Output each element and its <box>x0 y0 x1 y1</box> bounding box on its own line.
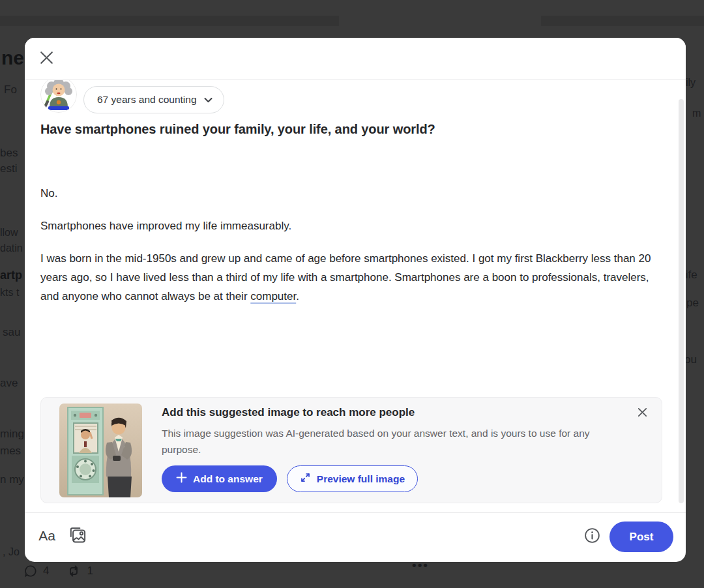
backdrop-action-bar: 4 1 <box>23 563 93 579</box>
computer-link[interactable]: computer <box>250 290 296 302</box>
suggested-image-card: Add this suggested image to reach more p… <box>40 397 662 503</box>
photo-icon <box>67 525 87 547</box>
answer-text-editor[interactable]: No. Smartphones have improved my life im… <box>40 184 660 319</box>
editor-scrollbar[interactable] <box>679 99 684 503</box>
dismiss-suggestion-button[interactable] <box>634 405 650 421</box>
backdrop-fragment: m <box>692 108 701 119</box>
backdrop-fragment: n my <box>0 473 24 486</box>
info-button[interactable] <box>583 527 601 546</box>
insert-image-button[interactable] <box>65 524 89 548</box>
answer-paragraph: No. <box>40 184 660 203</box>
answer-editor-modal: 67 years and counting Have smartphones r… <box>25 38 686 562</box>
suggestion-description: This image suggestion was AI-generated b… <box>162 425 621 458</box>
backdrop-fragment: datin <box>0 243 23 254</box>
backdrop-fragment: ou <box>684 353 697 366</box>
backdrop-fragment: kts t <box>0 287 19 299</box>
backdrop-fragment: Fo <box>4 83 17 96</box>
credential-selector[interactable]: 67 years and counting <box>83 86 224 113</box>
toolbar-divider <box>25 512 686 513</box>
close-icon <box>38 49 55 68</box>
text-format-button[interactable]: Aa <box>35 525 59 547</box>
post-button[interactable]: Post <box>609 522 673 552</box>
repost-count: 1 <box>87 565 93 578</box>
suggested-image-thumbnail[interactable] <box>59 404 142 497</box>
backdrop-fragment: , Jo <box>3 546 20 558</box>
comment-count: 4 <box>43 565 49 578</box>
preview-full-image-button[interactable]: Preview full image <box>287 465 418 492</box>
backdrop-fragment: artp <box>0 269 22 282</box>
backdrop-fragment: pe <box>686 297 699 310</box>
backdrop-fragment: ily <box>686 77 696 89</box>
modal-header <box>25 38 686 80</box>
backdrop-fragment: ave <box>0 377 18 390</box>
backdrop-nav-hint <box>541 16 704 26</box>
answer-paragraph: I was born in the mid-1950s and grew up … <box>40 249 660 306</box>
backdrop-fragment: llow <box>0 227 18 239</box>
info-icon <box>583 527 601 546</box>
suggestion-title: Add this suggested image to reach more p… <box>162 406 415 419</box>
answer-paragraph: Smartphones have improved my life immeas… <box>40 216 660 235</box>
close-modal-button[interactable] <box>37 49 56 68</box>
backdrop-fragment: mes <box>0 445 21 458</box>
chevron-down-icon <box>204 94 213 106</box>
comment-icon <box>23 564 38 578</box>
plus-icon <box>176 472 187 486</box>
backdrop-fragment: sau <box>3 326 20 339</box>
credential-label: 67 years and counting <box>97 94 197 106</box>
close-icon <box>636 406 649 420</box>
expand-icon <box>300 472 311 486</box>
backdrop-nav-hint <box>0 16 339 26</box>
add-to-answer-button[interactable]: Add to answer <box>162 465 277 492</box>
backdrop-fragment: bes <box>0 147 18 160</box>
backdrop-fragment: ming <box>0 428 24 441</box>
avatar[interactable] <box>40 76 77 113</box>
backdrop-fragment: esti <box>0 162 17 175</box>
question-title: Have smartphones ruined your family, you… <box>40 122 657 137</box>
repost-icon <box>66 563 81 579</box>
